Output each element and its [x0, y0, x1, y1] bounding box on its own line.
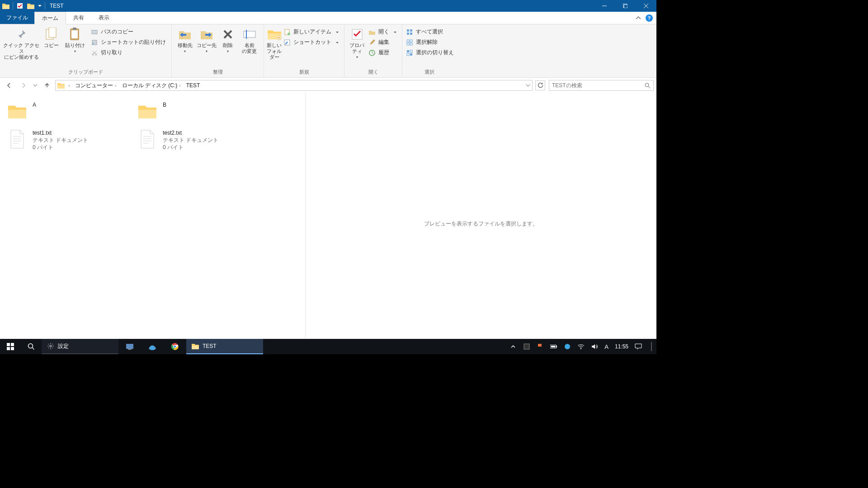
paste-shortcut-button[interactable]: ショートカットの貼り付け [90, 38, 169, 47]
invert-icon [406, 49, 413, 56]
pin-quickaccess-button[interactable]: クイック アクセス にピン留めする [3, 26, 40, 61]
qat-folder-icon[interactable] [26, 1, 36, 11]
taskbar-app-generic1[interactable] [118, 339, 141, 354]
action-center-icon[interactable] [635, 343, 642, 350]
minimize-button[interactable] [594, 0, 615, 12]
taskbar-app-settings[interactable]: 設定 [42, 339, 118, 354]
svg-rect-24 [410, 33, 412, 35]
forward-button[interactable] [17, 80, 30, 91]
item-name: test2.txt [163, 129, 218, 136]
gear-icon [47, 343, 54, 350]
list-item[interactable]: A [5, 99, 135, 123]
breadcrumb-computer[interactable]: コンピューター› [73, 82, 118, 89]
new-folder-button[interactable]: 新しい フォルダー [267, 26, 282, 61]
copy-button[interactable]: コピー [41, 26, 62, 48]
rename-button[interactable]: 名前 の変更 [238, 26, 261, 54]
tray-overflow-icon[interactable] [509, 343, 517, 350]
show-desktop-button[interactable] [651, 342, 652, 351]
cut-button[interactable]: 切り取り [90, 48, 169, 57]
delete-button[interactable]: 削除▾ [218, 26, 237, 54]
edit-icon [368, 39, 376, 46]
svg-rect-31 [407, 53, 409, 56]
tab-file[interactable]: ファイル [0, 12, 34, 24]
tab-view[interactable]: 表示 [91, 12, 117, 24]
close-button[interactable] [636, 0, 656, 12]
qat-properties-icon[interactable] [15, 1, 25, 11]
svg-point-44 [174, 345, 176, 348]
svg-rect-13 [246, 30, 247, 39]
easy-access-button[interactable]: ショートカット [283, 38, 341, 47]
search-box[interactable] [549, 80, 654, 91]
item-name: B [163, 101, 166, 108]
copy-to-icon [199, 27, 214, 42]
taskbar-app-chrome[interactable] [164, 339, 186, 354]
refresh-button[interactable] [535, 80, 545, 90]
properties-button[interactable]: プロパティ▾ [347, 26, 367, 60]
select-none-button[interactable]: 選択解除 [405, 38, 457, 47]
svg-rect-25 [407, 40, 409, 42]
collapse-ribbon-icon[interactable] [636, 15, 641, 21]
tab-home[interactable]: ホーム [34, 12, 66, 24]
qat-dropdown-icon[interactable] [37, 1, 43, 11]
up-button[interactable] [41, 80, 53, 91]
tray-flag-icon[interactable] [537, 343, 544, 350]
list-item[interactable]: B [135, 99, 265, 123]
address-dropdown-icon[interactable] [526, 83, 530, 88]
wifi-icon[interactable] [577, 343, 585, 350]
new-item-button[interactable]: 新しいアイテム [283, 27, 341, 37]
ribbon-tabs: ファイル ホーム 共有 表示 ? [0, 12, 656, 24]
svg-rect-34 [7, 343, 10, 346]
svg-rect-2 [624, 5, 627, 8]
taskbar-app-explorer[interactable]: TEST [186, 339, 263, 354]
group-label-clipboard: クリップボード [3, 68, 169, 77]
ime-indicator[interactable]: A [604, 343, 609, 350]
select-all-button[interactable]: すべて選択 [405, 27, 457, 37]
battery-icon[interactable] [550, 343, 557, 350]
move-to-button[interactable]: 移動先▾ [175, 26, 195, 54]
ribbon: クイック アクセス にピン留めする コピー 貼り付け ▾ パスのコピー ショート… [0, 24, 656, 78]
list-item[interactable]: test2.txt テキスト ドキュメント 0 バイト [135, 127, 265, 153]
edit-button[interactable]: 編集 [368, 38, 399, 47]
breadcrumb-localdisk[interactable]: ローカル ディスク (C:)› [120, 82, 183, 89]
maximize-button[interactable] [615, 0, 636, 12]
help-icon[interactable]: ? [646, 14, 653, 22]
group-label-select: 選択 [405, 68, 454, 77]
explorer-window: TEST ファイル ホーム 共有 表示 ? クイック アクセス にピン留めする [0, 0, 656, 354]
volume-icon[interactable] [591, 343, 598, 350]
svg-rect-12 [244, 31, 255, 38]
svg-point-39 [50, 345, 52, 347]
svg-rect-26 [410, 40, 412, 42]
search-input[interactable] [552, 82, 645, 89]
item-name: test1.txt [33, 129, 88, 136]
open-button[interactable]: 開く [368, 27, 399, 37]
svg-rect-6 [71, 30, 78, 38]
taskbar: 設定 TEST A 11:55 [0, 339, 656, 354]
address-bar[interactable]: › コンピューター› ローカル ディスク (C:)› TEST [55, 80, 533, 91]
breadcrumb-folder[interactable]: TEST [184, 82, 202, 89]
copy-to-button[interactable]: コピー先▾ [196, 26, 217, 54]
copy-path-button[interactable]: パスのコピー [90, 27, 169, 37]
search-button[interactable] [21, 339, 42, 354]
paste-button[interactable]: 貼り付け ▾ [63, 26, 87, 54]
taskbar-app-generic2[interactable] [141, 339, 164, 354]
history-button[interactable]: 履歴 [368, 48, 399, 57]
group-label-organize: 整理 [175, 68, 261, 77]
properties-icon [350, 27, 364, 42]
folder-icon [7, 101, 27, 121]
recent-dropdown[interactable] [32, 80, 39, 91]
search-icon [645, 83, 651, 89]
svg-rect-29 [407, 50, 409, 52]
svg-rect-28 [410, 43, 412, 45]
start-button[interactable] [0, 339, 21, 354]
taskbar-clock[interactable]: 11:55 [615, 343, 628, 350]
tray-circle-icon[interactable] [564, 343, 571, 350]
file-list[interactable]: A B test1.txt テキスト ドキュメント 0 バイト test2.tx… [0, 93, 306, 354]
new-folder-icon [267, 27, 282, 42]
invert-selection-button[interactable]: 選択の切り替え [405, 48, 457, 57]
copy-icon [44, 27, 59, 42]
back-button[interactable] [3, 80, 15, 91]
tray-app-icon[interactable] [523, 343, 530, 350]
tab-share[interactable]: 共有 [66, 12, 91, 24]
list-item[interactable]: test1.txt テキスト ドキュメント 0 バイト [5, 127, 135, 153]
item-size: 0 バイト [33, 144, 88, 151]
